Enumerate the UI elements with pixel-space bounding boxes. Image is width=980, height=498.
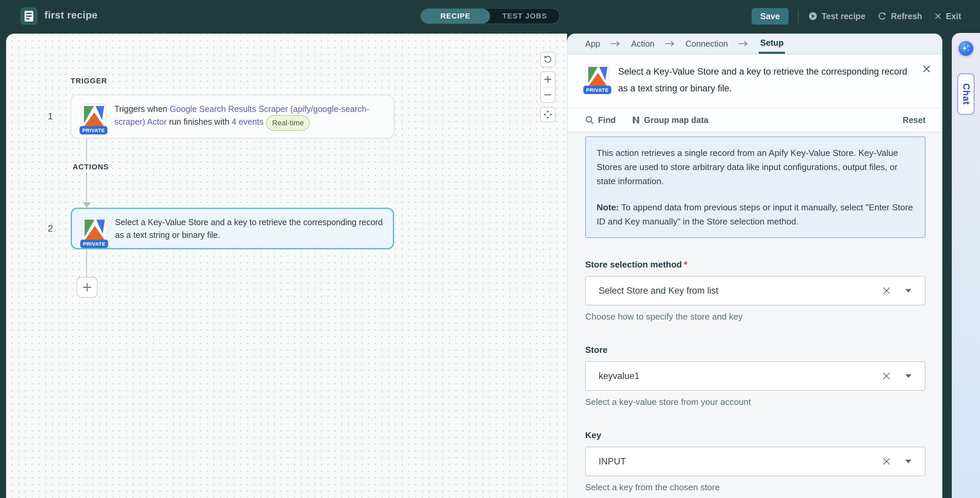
x-icon — [922, 65, 931, 73]
undo-circular-arrow-icon — [543, 55, 552, 64]
step-number-2: 2 — [48, 223, 53, 234]
reset-view-button[interactable] — [540, 52, 555, 67]
clear-icon[interactable] — [883, 287, 891, 295]
events-link[interactable]: 4 events — [232, 117, 264, 126]
step-number-1: 1 — [48, 111, 53, 122]
clear-icon[interactable] — [883, 372, 891, 380]
exit-button[interactable]: Exit — [934, 11, 961, 21]
apify-app-icon: PRIVATE — [81, 103, 106, 129]
info-note: Note: To append data from previous steps… — [597, 200, 914, 228]
recipe-title: first recipe — [45, 10, 97, 21]
required-asterisk: * — [684, 259, 687, 270]
canvas-zoom-controls — [540, 52, 555, 122]
private-badge: PRIVATE — [80, 239, 108, 248]
panel-title-row: PRIVATE Select a Key-Value Store and a k… — [568, 54, 942, 108]
clear-icon[interactable] — [883, 457, 891, 465]
recipe-testjobs-toggle: RECIPE TEST JOBS — [420, 8, 560, 24]
refresh-icon — [877, 11, 887, 21]
breadcrumb-action[interactable]: Action — [631, 33, 654, 54]
sparkles-icon — [961, 44, 970, 53]
private-badge: PRIVATE — [584, 86, 611, 94]
plus-icon — [544, 75, 552, 83]
group-bars-icon — [632, 116, 640, 124]
arrow-right-icon — [738, 33, 749, 54]
play-circle-icon — [808, 11, 818, 21]
field-store-selection-method: Store selection method* Select Store and… — [585, 259, 926, 322]
field-key: Key INPUT Select a key from the chosen s… — [585, 430, 926, 493]
store-select[interactable]: keyvalue1 — [585, 361, 926, 391]
panel-toolbar: Find Group map data Reset — [568, 108, 942, 132]
chat-tab[interactable]: Chat — [957, 73, 975, 115]
expand-arrows-icon — [543, 110, 552, 119]
app-logo[interactable] — [20, 7, 38, 25]
field-label: Store selection method* — [585, 259, 926, 270]
breadcrumb-app[interactable]: App — [585, 33, 600, 54]
ai-assistant-button[interactable] — [958, 41, 973, 56]
reset-button[interactable]: Reset — [903, 115, 926, 125]
arrow-right-icon — [665, 33, 675, 54]
info-paragraph: This action retrieves a single record fr… — [597, 146, 914, 188]
realtime-badge: Real-time — [266, 115, 310, 131]
find-button[interactable]: Find — [585, 115, 616, 125]
topbar-actions: Save Test recipe Refresh Exit — [752, 0, 961, 32]
tab-test-jobs[interactable]: TEST JOBS — [490, 9, 559, 24]
caret-down-icon[interactable] — [905, 459, 912, 463]
step-setup-panel: App Action Connection Setup PRIVATE Sele… — [567, 33, 942, 498]
fit-view-button[interactable] — [540, 107, 555, 122]
field-helper: Choose how to specify the store and key — [585, 311, 926, 322]
x-icon — [934, 13, 942, 20]
apify-app-icon: PRIVATE — [81, 217, 107, 243]
caret-down-icon[interactable] — [905, 289, 912, 293]
trigger-section-label: TRIGGER — [68, 75, 110, 87]
trigger-step-card[interactable]: PRIVATE Triggers when Google Search Resu… — [71, 95, 394, 138]
key-select[interactable]: INPUT — [585, 447, 926, 476]
setup-breadcrumb: App Action Connection Setup — [568, 33, 942, 54]
breadcrumb-setup[interactable]: Setup — [759, 33, 784, 54]
apify-app-icon: PRIVATE — [585, 65, 609, 89]
field-helper: Select a key-value store from your accou… — [585, 397, 926, 407]
actions-section-label: ACTIONS — [70, 161, 111, 173]
save-button[interactable]: Save — [752, 8, 789, 25]
search-icon — [585, 116, 594, 124]
zoom-out-button[interactable] — [541, 87, 555, 102]
select-value: keyvalue1 — [599, 371, 883, 381]
action-step-description: Select a Key-Value Store and a key to re… — [115, 216, 383, 241]
select-value: Select Store and Key from list — [599, 285, 883, 296]
tab-recipe[interactable]: RECIPE — [421, 9, 490, 24]
arrow-right-icon — [610, 33, 621, 54]
document-icon — [25, 11, 33, 22]
store-selection-method-select[interactable]: Select Store and Key from list — [585, 276, 926, 306]
plus-icon — [82, 282, 92, 292]
field-label: Store — [585, 345, 926, 355]
trigger-step-description: Triggers when Google Search Results Scra… — [115, 103, 384, 131]
action-info-box: This action retrieves a single record fr… — [585, 136, 926, 238]
connector-arrowhead — [83, 202, 91, 208]
add-step-button[interactable] — [77, 277, 97, 298]
panel-title: Select a Key-Value Store and a key to re… — [618, 63, 909, 97]
select-value: INPUT — [599, 456, 883, 467]
close-panel-button[interactable] — [922, 65, 931, 73]
caret-down-icon[interactable] — [905, 374, 912, 378]
minus-icon — [544, 91, 552, 99]
action-step-card-selected[interactable]: PRIVATE Select a Key-Value Store and a k… — [71, 208, 394, 249]
panel-content: This action retrieves a single record fr… — [568, 132, 942, 498]
connector-line — [86, 249, 87, 277]
field-label: Key — [585, 430, 926, 441]
breadcrumb-connection[interactable]: Connection — [686, 33, 728, 54]
chat-rail: Chat — [952, 33, 980, 498]
workflow-canvas[interactable]: TRIGGER 1 PRIVATE Triggers when Google S… — [6, 33, 567, 498]
refresh-button[interactable]: Refresh — [877, 11, 922, 21]
divider — [798, 10, 799, 23]
field-helper: Select a key from the chosen store — [585, 482, 926, 493]
group-map-data-button[interactable]: Group map data — [632, 115, 709, 125]
private-badge: PRIVATE — [80, 126, 108, 135]
top-bar: first recipe RECIPE TEST JOBS Save Test … — [0, 0, 980, 32]
field-store: Store keyvalue1 Select a key-value store… — [585, 345, 926, 407]
zoom-in-button[interactable] — [541, 72, 555, 87]
test-recipe-button[interactable]: Test recipe — [808, 11, 865, 21]
